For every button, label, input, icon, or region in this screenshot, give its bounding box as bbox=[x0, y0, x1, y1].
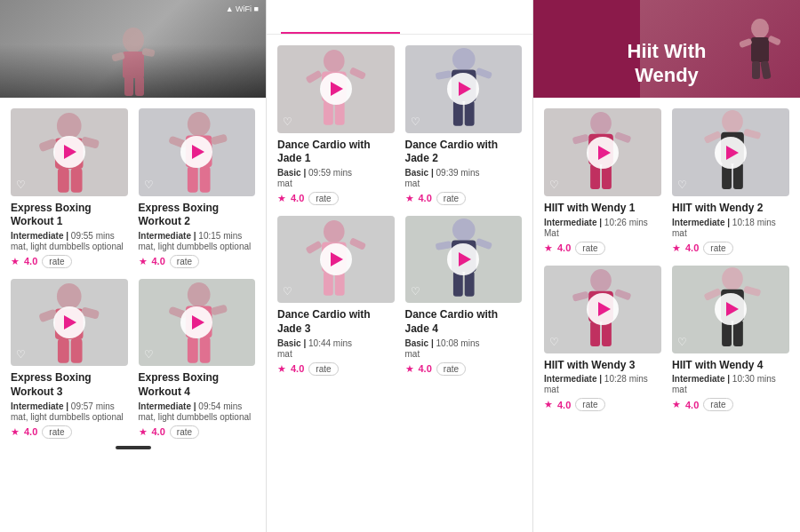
status-bar: ▲ WiFi ■ bbox=[0, 0, 266, 18]
svg-point-0 bbox=[123, 28, 144, 52]
play-icon bbox=[192, 145, 204, 159]
rate-button[interactable]: rate bbox=[308, 192, 338, 205]
svg-rect-63 bbox=[614, 131, 631, 144]
dance-grid: ♡ Dance Cardio with Jade 1 Basic | 09:59… bbox=[277, 45, 522, 376]
video-card[interactable]: ♡ HIIT with Wendy 2 Intermediate | 10:18… bbox=[672, 108, 789, 255]
dance-header bbox=[267, 0, 532, 35]
heart-icon[interactable]: ♡ bbox=[283, 285, 292, 298]
heart-icon[interactable]: ♡ bbox=[677, 179, 687, 191]
video-card[interactable]: ♡ Dance Cardio with Jade 3 Basic | 10:44… bbox=[277, 216, 395, 376]
heart-icon[interactable]: ♡ bbox=[411, 285, 420, 298]
rate-button[interactable]: rate bbox=[703, 398, 732, 411]
rating-value: 4.0 bbox=[291, 193, 304, 203]
rating-row: ★ 4.0 rate bbox=[672, 398, 789, 411]
svg-rect-16 bbox=[187, 166, 197, 193]
hiit-silhouette bbox=[729, 18, 791, 98]
heart-icon[interactable]: ♡ bbox=[549, 336, 559, 348]
play-button[interactable] bbox=[447, 73, 479, 105]
video-card[interactable]: ♡ HIIT with Wendy 3 Intermediate | 10:28… bbox=[544, 266, 661, 412]
heart-icon[interactable]: ♡ bbox=[16, 179, 26, 191]
heart-icon[interactable]: ♡ bbox=[283, 115, 292, 128]
video-thumb: ♡ bbox=[277, 45, 395, 133]
rate-button[interactable]: rate bbox=[170, 255, 199, 268]
dance-scroll[interactable]: ♡ Dance Cardio with Jade 1 Basic | 09:59… bbox=[267, 35, 532, 532]
tab-dance-cardio[interactable] bbox=[281, 18, 400, 34]
svg-point-36 bbox=[452, 48, 475, 71]
video-title: HIIT with Wendy 4 bbox=[672, 359, 789, 373]
rating-row: ★ 4.0 rate bbox=[544, 398, 661, 411]
rating-value: 4.0 bbox=[152, 426, 165, 437]
play-button[interactable] bbox=[53, 306, 85, 338]
heart-icon[interactable]: ♡ bbox=[411, 115, 420, 128]
play-icon bbox=[726, 146, 739, 160]
dance-tab-bar bbox=[281, 18, 518, 34]
play-icon bbox=[192, 315, 204, 330]
play-button[interactable] bbox=[447, 243, 479, 275]
video-card[interactable]: ♡ Dance Cardio with Jade 2 Basic | 09:39… bbox=[405, 45, 523, 205]
video-card[interactable]: ♡ Dance Cardio with Jade 1 Basic | 09:59… bbox=[277, 45, 395, 205]
rate-button[interactable]: rate bbox=[308, 362, 338, 376]
boxer-silhouette bbox=[98, 27, 169, 98]
rating-row: ★ 4.0 rate bbox=[277, 192, 395, 205]
video-meta: Basic | 10:08 mins bbox=[405, 338, 523, 348]
play-button[interactable] bbox=[53, 136, 85, 168]
rating-value: 4.0 bbox=[291, 363, 304, 374]
video-equip: mat bbox=[277, 179, 395, 188]
rate-button[interactable]: rate bbox=[703, 242, 732, 255]
heart-icon[interactable]: ♡ bbox=[144, 348, 154, 361]
rate-button[interactable]: rate bbox=[170, 425, 199, 439]
video-card[interactable]: ♡ HIIT with Wendy 1 Intermediate | 10:26… bbox=[544, 108, 661, 255]
hiit-grid: ♡ HIIT with Wendy 1 Intermediate | 10:26… bbox=[544, 108, 789, 411]
video-thumb: ♡ bbox=[139, 279, 256, 367]
heart-icon[interactable]: ♡ bbox=[144, 179, 154, 191]
rate-button[interactable]: rate bbox=[436, 192, 466, 205]
svg-point-6 bbox=[57, 113, 82, 139]
svg-point-72 bbox=[590, 269, 612, 292]
play-button[interactable] bbox=[715, 293, 747, 325]
video-equip: mat, light dumbbells optional bbox=[11, 242, 128, 251]
video-card[interactable]: ♡ Express Boxing Workout 1 Intermediate … bbox=[11, 108, 128, 268]
play-button[interactable] bbox=[180, 136, 212, 168]
play-icon bbox=[331, 82, 343, 96]
svg-point-54 bbox=[751, 19, 769, 38]
rate-button[interactable]: rate bbox=[42, 255, 71, 268]
svg-rect-81 bbox=[743, 285, 761, 297]
video-equip: mat bbox=[405, 179, 523, 188]
star-icon: ★ bbox=[139, 426, 148, 438]
svg-point-30 bbox=[324, 50, 345, 73]
tab-dance-advanced[interactable] bbox=[400, 18, 519, 34]
video-card[interactable]: ♡ Express Boxing Workout 4 Intermediate … bbox=[139, 279, 256, 439]
video-card[interactable]: ♡ Express Boxing Workout 3 Intermediate … bbox=[11, 279, 128, 439]
hiit-scroll[interactable]: ♡ HIIT with Wendy 1 Intermediate | 10:26… bbox=[533, 98, 800, 532]
svg-rect-59 bbox=[760, 60, 771, 79]
rate-button[interactable]: rate bbox=[575, 242, 604, 255]
star-icon: ★ bbox=[405, 363, 414, 375]
heart-icon[interactable]: ♡ bbox=[677, 336, 687, 348]
video-card[interactable]: ♡ Dance Cardio with Jade 4 Basic | 10:08… bbox=[405, 216, 523, 376]
svg-rect-62 bbox=[572, 134, 589, 145]
video-thumb: ♡ bbox=[544, 266, 661, 353]
svg-rect-57 bbox=[767, 35, 781, 45]
rate-button[interactable]: rate bbox=[42, 425, 71, 439]
left-panel: ▲ WiFi ■ ♡ Express Boxing Workout 1 bbox=[0, 0, 267, 532]
heart-icon[interactable]: ♡ bbox=[549, 179, 559, 191]
rating-row: ★ 4.0 rate bbox=[544, 242, 661, 255]
play-button[interactable] bbox=[587, 293, 619, 325]
play-button[interactable] bbox=[320, 73, 352, 105]
rate-button[interactable]: rate bbox=[436, 362, 466, 376]
play-button[interactable] bbox=[587, 137, 619, 169]
play-button[interactable] bbox=[715, 137, 747, 169]
svg-point-48 bbox=[452, 218, 475, 242]
video-meta: Basic | 09:59 mins bbox=[277, 168, 395, 178]
video-card[interactable]: ♡ Express Boxing Workout 2 Intermediate … bbox=[139, 108, 256, 268]
rate-button[interactable]: rate bbox=[575, 398, 604, 411]
video-equip: mat bbox=[277, 349, 395, 359]
play-icon bbox=[459, 82, 471, 96]
svg-point-60 bbox=[590, 112, 612, 135]
heart-icon[interactable]: ♡ bbox=[16, 348, 26, 361]
video-card[interactable]: ♡ HIIT with Wendy 4 Intermediate | 10:30… bbox=[672, 266, 789, 412]
status-icons: ▲ WiFi ■ bbox=[226, 4, 259, 13]
play-button[interactable] bbox=[320, 243, 352, 275]
play-button[interactable] bbox=[180, 306, 212, 338]
boxing-scroll[interactable]: ♡ Express Boxing Workout 1 Intermediate … bbox=[0, 98, 266, 532]
